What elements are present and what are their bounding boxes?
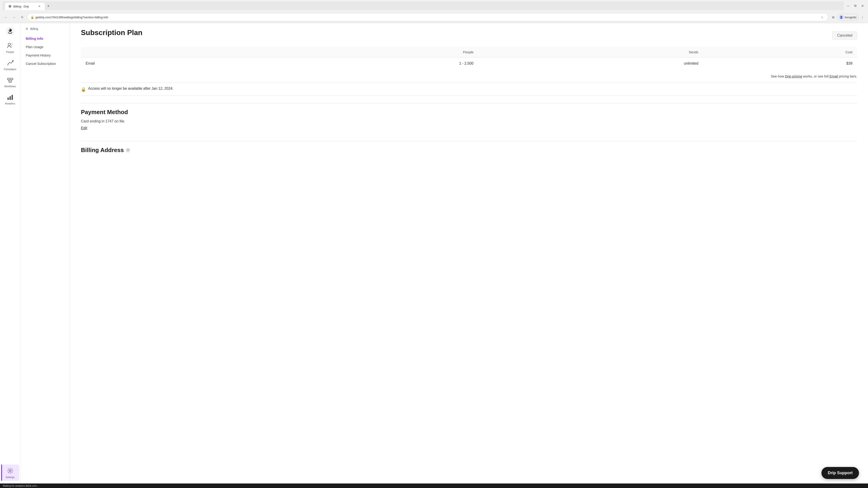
access-warning: 🔒 Access will no longer be available aft… — [81, 83, 857, 96]
table-header-people: People — [255, 47, 478, 57]
email-pricing-link[interactable]: Email — [829, 74, 838, 78]
table-header-cost: Cost — [703, 47, 857, 57]
workflows-label: Workflows — [4, 85, 16, 88]
breadcrumb: ⚙ Billing — [20, 27, 70, 34]
billing-address-title: Billing Address — [81, 147, 124, 154]
subscription-section: Subscription Plan Canceled People Sends … — [81, 29, 857, 96]
svg-rect-7 — [7, 78, 10, 80]
main-content: ⚙ Billing Billing Info Plan Usage Paymen… — [20, 23, 868, 484]
sidebar-item-workflows[interactable]: Workflows — [1, 74, 19, 90]
pricing-note-text2: works, or see full — [803, 74, 829, 78]
sidebar-item-settings-wrapper: Settings — [1, 464, 19, 481]
tab-close-btn[interactable]: ✕ — [37, 4, 41, 8]
table-header-sends: Sends — [478, 47, 703, 57]
tab-favicon — [8, 5, 11, 8]
subscription-title: Subscription Plan — [81, 29, 143, 37]
lock-icon: 🔒 — [31, 15, 34, 19]
breadcrumb-text: Billing — [30, 27, 38, 31]
breadcrumb-settings-icon: ⚙ — [25, 27, 29, 31]
drip-pricing-link[interactable]: Drip pricing — [785, 74, 802, 78]
sub-sidebar: ⚙ Billing Billing Info Plan Usage Paymen… — [20, 23, 70, 484]
plan-header: Subscription Plan Canceled — [81, 29, 857, 42]
url-text: getdrip.com/7641396/settings/billing?sec… — [35, 15, 818, 19]
table-row: Email 1 - 2,500 unlimited $39 — [81, 57, 857, 70]
edit-payment-link[interactable]: Edit — [81, 126, 87, 130]
titlebar: Billing · Drip ✕ + ─ ⧉ ✕ — [0, 0, 868, 11]
sub-nav-plan-usage[interactable]: Plan Usage — [20, 43, 70, 51]
new-tab-button[interactable]: + — [45, 3, 52, 9]
sidebar-item-analytics[interactable]: Analytics — [1, 91, 19, 107]
minimize-button[interactable]: ─ — [845, 3, 851, 8]
tab-title: Billing · Drip — [13, 5, 29, 8]
sidebar-item-settings[interactable]: Settings — [1, 464, 19, 481]
svg-rect-8 — [11, 78, 13, 80]
menu-button[interactable]: ⋮ — [860, 14, 865, 20]
people-label: People — [6, 51, 14, 53]
svg-rect-10 — [7, 98, 9, 100]
logo[interactable] — [5, 26, 16, 37]
lock-warning-icon: 🔒 — [81, 87, 86, 92]
table-header-type — [81, 47, 255, 57]
browser-right-buttons: ⊞ 👤 Incognito ⋮ — [830, 14, 865, 21]
status-bar: Waiting for analytics.tiktok.com... — [0, 484, 868, 488]
reload-button[interactable]: ↻ — [19, 14, 25, 20]
card-info: Card ending in 1747 on file. — [81, 119, 857, 123]
profile-label: Incognito — [844, 15, 857, 19]
svg-rect-9 — [9, 81, 11, 83]
url-bar[interactable]: 🔒 getdrip.com/7641396/settings/billing?s… — [27, 13, 829, 22]
back-button[interactable]: ← — [3, 14, 9, 20]
svg-rect-11 — [9, 96, 11, 100]
svg-point-6 — [12, 60, 13, 62]
divider-1 — [81, 103, 857, 103]
profile-button[interactable]: 👤 Incognito — [837, 14, 859, 21]
maximize-button[interactable]: ⧉ — [852, 3, 858, 8]
people-icon — [6, 41, 14, 50]
drip-support-button[interactable]: Drip Support — [822, 467, 859, 479]
billing-address-section: Billing Address ? — [81, 147, 857, 154]
url-actions: ☆ — [819, 14, 825, 20]
forward-button[interactable]: → — [11, 14, 17, 20]
campaigns-label: Campaigns — [4, 68, 17, 70]
help-icon[interactable]: ? — [126, 148, 130, 153]
tab-bar: Billing · Drip ✕ + — [3, 1, 844, 10]
table-cell-cost: $39 — [703, 57, 857, 70]
svg-point-0 — [9, 5, 11, 7]
svg-point-4 — [8, 43, 10, 45]
active-tab[interactable]: Billing · Drip ✕ — [4, 2, 45, 10]
omnibar: ← → ↻ 🔒 getdrip.com/7641396/settings/bil… — [0, 11, 868, 23]
pricing-note-text1: See how — [771, 74, 784, 78]
browser-chrome: Billing · Drip ✕ + ─ ⧉ ✕ ← → ↻ 🔒 getdrip… — [0, 0, 868, 23]
profile-icon: 👤 — [839, 15, 844, 20]
access-warning-text: Access will no longer be available after… — [88, 87, 174, 91]
table-cell-sends: unlimited — [478, 57, 703, 70]
svg-rect-12 — [11, 95, 13, 100]
sub-nav-payment-history[interactable]: Payment History — [20, 51, 70, 59]
canceled-badge: Canceled — [832, 31, 857, 39]
sidebar: People Campaigns — [0, 23, 20, 484]
app-wrapper: People Campaigns — [0, 23, 868, 484]
workflows-icon — [6, 76, 14, 84]
campaigns-icon — [6, 59, 14, 67]
analytics-icon — [6, 93, 14, 101]
settings-label: Settings — [6, 476, 15, 479]
billing-address-header: Billing Address ? — [81, 147, 857, 154]
sub-nav-cancel-subscription[interactable]: Cancel Subscription — [20, 59, 70, 68]
payment-method-section: Payment Method Card ending in 1747 on fi… — [81, 109, 857, 135]
table-cell-type: Email — [81, 57, 255, 70]
settings-icon — [6, 467, 14, 475]
bookmark-button[interactable]: ☆ — [819, 14, 825, 20]
svg-point-13 — [9, 470, 11, 472]
payment-method-title: Payment Method — [81, 109, 857, 116]
page-content: Subscription Plan Canceled People Sends … — [70, 23, 868, 484]
pricing-note-text3: pricing tiers. — [839, 74, 857, 78]
status-text: Waiting for analytics.tiktok.com... — [3, 484, 39, 487]
close-button[interactable]: ✕ — [860, 3, 865, 8]
svg-point-3 — [8, 29, 10, 31]
window-controls: ─ ⧉ ✕ — [845, 3, 865, 8]
sidebar-item-people[interactable]: People — [1, 39, 19, 56]
sub-nav-billing-info[interactable]: Billing Info — [20, 34, 70, 43]
table-cell-people: 1 - 2,500 — [255, 57, 478, 70]
analytics-label: Analytics — [5, 102, 15, 105]
sidebar-item-campaigns[interactable]: Campaigns — [1, 57, 19, 73]
extensions-button[interactable]: ⊞ — [830, 14, 836, 20]
